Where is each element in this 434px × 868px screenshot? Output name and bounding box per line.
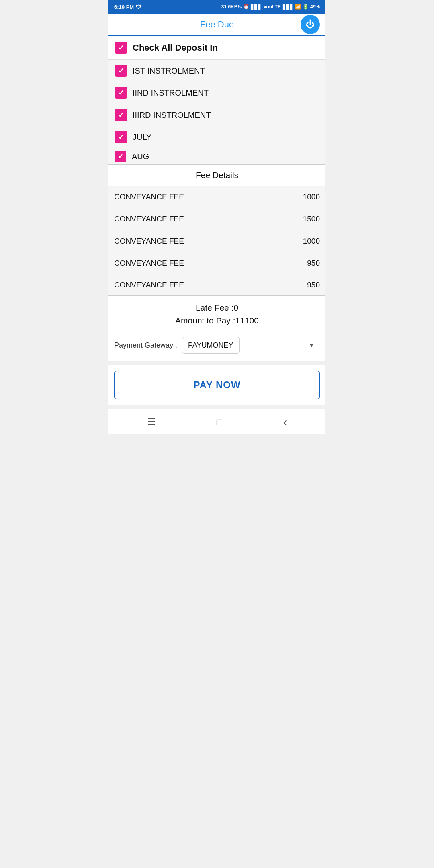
aug-label: AUG [132, 152, 149, 161]
status-time: 6:19 PM [114, 4, 134, 10]
status-bar-right: 31.6KB/s ⏰ ▋▋▋ VouLTE ▋▋▋ 📶 🔋 49% [221, 4, 320, 10]
amount-to-pay-row: Amount to Pay :11100 [114, 316, 320, 326]
signal-icon: ▋▋▋ [251, 4, 262, 10]
fee-row-0: CONVEYANCE FEE 1000 [108, 186, 326, 208]
amount-label: Amount to Pay : [175, 316, 235, 325]
page-title: Fee Due [200, 19, 234, 30]
pay-now-button[interactable]: PAY NOW [114, 371, 320, 399]
lte-icon: VouLTE [263, 4, 281, 10]
fee-row-3: CONVEYANCE FEE 950 [108, 252, 326, 274]
fee-label-0: CONVEYANCE FEE [114, 192, 184, 201]
pay-now-section: PAY NOW [108, 365, 326, 405]
late-fee-row: Late Fee :0 [114, 303, 320, 313]
late-fee-value: 0 [233, 303, 238, 312]
fee-value-4: 950 [307, 280, 320, 289]
check-all-row[interactable]: ✓ Check All Deposit In [108, 36, 326, 60]
battery-icon: 🔋 [303, 4, 309, 10]
aug-checkbox[interactable]: ✓ [115, 151, 126, 162]
fee-label-1: CONVEYANCE FEE [114, 215, 184, 223]
july-checkbox[interactable]: ✓ [115, 131, 127, 143]
bottom-navigation: ☰ □ ‹ [108, 409, 326, 434]
amount-value: 11100 [235, 316, 259, 325]
installment-item-iind[interactable]: ✓ IIND INSTROLMENT [108, 82, 326, 104]
fee-label-2: CONVEYANCE FEE [114, 237, 184, 246]
iind-label: IIND INSTROLMENT [133, 88, 209, 98]
payment-gateway-row: Payment Gateway : PAYUMONEY PAYTM RAZORP… [108, 333, 326, 361]
fee-value-1: 1500 [303, 215, 320, 223]
check-all-label: Check All Deposit In [133, 43, 218, 53]
fee-value-3: 950 [307, 259, 320, 268]
fee-details-list: CONVEYANCE FEE 1000 CONVEYANCE FEE 1500 … [108, 186, 326, 295]
fee-details-section: Fee Details CONVEYANCE FEE 1000 CONVEYAN… [108, 164, 326, 295]
signal2-icon: ▋▋▋ [283, 4, 293, 10]
fee-row-4: CONVEYANCE FEE 950 [108, 274, 326, 295]
battery-percent: 49% [310, 4, 320, 10]
late-fee-label: Late Fee : [196, 303, 234, 312]
status-bar: 6:19 PM 🛡 31.6KB/s ⏰ ▋▋▋ VouLTE ▋▋▋ 📶 🔋 … [108, 0, 326, 14]
home-icon[interactable]: □ [217, 416, 223, 428]
checkmark-icon: ✓ [118, 153, 123, 160]
fee-value-0: 1000 [303, 192, 320, 201]
fee-row-2: CONVEYANCE FEE 1000 [108, 230, 326, 252]
ist-checkbox[interactable]: ✓ [115, 65, 127, 77]
iiird-checkbox[interactable]: ✓ [115, 109, 127, 121]
fee-details-title: Fee Details [196, 170, 238, 180]
app-header: Fee Due ⏻ [108, 14, 326, 36]
checkmark-icon: ✓ [118, 133, 124, 141]
fee-label-3: CONVEYANCE FEE [114, 259, 184, 268]
status-bar-left: 6:19 PM 🛡 [114, 4, 141, 10]
back-icon[interactable]: ‹ [283, 415, 287, 429]
iiird-label: IIIRD INSTROLMENT [133, 111, 211, 120]
installment-item-iiird[interactable]: ✓ IIIRD INSTROLMENT [108, 104, 326, 126]
check-all-checkbox[interactable]: ✓ [115, 42, 127, 54]
status-speed: 31.6KB/s [221, 4, 242, 10]
installment-item-ist[interactable]: ✓ IST INSTROLMENT [108, 60, 326, 82]
iind-checkbox[interactable]: ✓ [115, 87, 127, 99]
power-icon: ⏻ [306, 20, 315, 29]
checkmark-icon: ✓ [118, 66, 124, 75]
checkmark-icon: ✓ [118, 88, 124, 97]
summary-section: Late Fee :0 Amount to Pay :11100 [108, 295, 326, 333]
payment-gateway-label: Payment Gateway : [114, 341, 177, 350]
power-button[interactable]: ⏻ [301, 15, 320, 34]
installment-list: ✓ IST INSTROLMENT ✓ IIND INSTROLMENT ✓ I… [108, 60, 326, 164]
ist-label: IST INSTROLMENT [133, 66, 205, 76]
payment-gateway-select-wrapper[interactable]: PAYUMONEY PAYTM RAZORPAY [182, 337, 320, 354]
status-icon: 🛡 [136, 4, 141, 10]
installment-item-july[interactable]: ✓ JULY [108, 126, 326, 148]
july-label: JULY [133, 133, 151, 142]
payment-gateway-select[interactable]: PAYUMONEY PAYTM RAZORPAY [182, 337, 240, 354]
fee-row-1: CONVEYANCE FEE 1500 [108, 208, 326, 230]
fee-value-2: 1000 [303, 237, 320, 246]
checkmark-icon: ✓ [118, 43, 124, 52]
fee-details-header: Fee Details [108, 164, 326, 186]
menu-icon[interactable]: ☰ [147, 416, 156, 428]
wifi-icon: 📶 [295, 4, 301, 10]
installment-item-aug[interactable]: ✓ AUG [108, 148, 326, 164]
checkmark-icon: ✓ [118, 111, 124, 119]
fee-label-4: CONVEYANCE FEE [114, 280, 184, 289]
alarm-icon: ⏰ [243, 4, 249, 10]
